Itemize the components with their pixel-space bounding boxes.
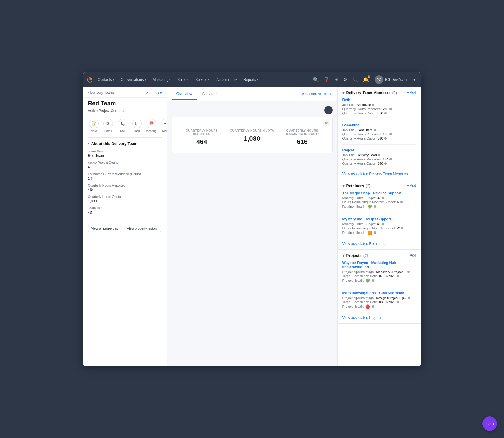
search-icon[interactable]: 🔍: [312, 75, 320, 84]
member-reggie-hours-quota: Quarterly Hours Quota: 360: [342, 162, 416, 165]
project-waystar-royco-pipeline: Project pipeline stage: Discovery (Proje…: [342, 270, 416, 274]
sidebar-header: ‹ Delivery Teams Actions ▾: [83, 87, 167, 98]
actions-button[interactable]: Actions ▾: [146, 90, 162, 95]
member-reggie-name[interactable]: Reggie: [342, 148, 416, 152]
add-retainer-button[interactable]: + Add: [407, 184, 416, 188]
gear-icon: ⚙: [301, 92, 304, 96]
retainer-mystery-inc-name[interactable]: Mystery Inc. - MOps Support: [342, 217, 416, 221]
retainers-section: ▾ Retainers (2) + Add The Magic Shop - R…: [338, 180, 421, 250]
app-wrapper: ◔ Contacts ▾ Conversations ▾ Marketing ▾…: [83, 72, 421, 366]
chevron-down-icon: ▾: [113, 78, 114, 81]
email-icon: ✉: [103, 119, 113, 128]
chevron-down-icon: ▾: [257, 78, 258, 81]
main-content: ‹ Delivery Teams Actions ▾ Red Team Acti…: [83, 87, 421, 366]
meeting-action[interactable]: 📅 Meeting: [145, 119, 157, 133]
tab-overview[interactable]: Overview: [172, 88, 197, 100]
retainer-magic-shop: The Magic Shop - RevOps Support Monthly …: [342, 191, 416, 213]
more-icon: ⋯: [161, 119, 167, 128]
tab-activities[interactable]: Activities: [197, 88, 222, 100]
nav-service[interactable]: Service ▾: [192, 76, 213, 84]
nav-reports[interactable]: Reports ▾: [240, 76, 261, 84]
nav-conversations[interactable]: Conversations ▾: [118, 76, 149, 84]
chevron-down-icon: ▾: [187, 78, 189, 81]
breadcrumb[interactable]: ‹ Delivery Teams: [88, 90, 115, 95]
notifications-icon[interactable]: 🔔 1: [362, 75, 370, 84]
view-associated-delivery-team-members-link[interactable]: View associated Delivery Team Members: [342, 172, 416, 176]
property-quarterly-hours-reported: Quarterly Hours Reported 464: [88, 184, 162, 192]
add-project-button[interactable]: + Add: [407, 253, 416, 257]
project-mars-investigations-health: Project Health: 🔴: [342, 304, 416, 309]
stats-settings-button[interactable]: ⚙: [323, 119, 330, 127]
retainer-magic-shop-health: Retainer Health: 💚: [342, 204, 416, 209]
collapse-icon[interactable]: ▾: [342, 253, 345, 258]
info-dot: [378, 154, 380, 156]
nav-right: 🔍 ❓ ⊞ ⚙ 📞 🔔 1 RG RG Dev Account ▾: [312, 74, 418, 85]
stat-quarterly-hours-remaining: QUARTERLY HOURS REMAINING IN QUOTA 616: [280, 129, 325, 146]
call-action[interactable]: 📞 Call: [117, 119, 129, 133]
retainer-magic-shop-name[interactable]: The Magic Shop - RevOps Support: [342, 191, 416, 195]
info-dot: [384, 112, 387, 114]
health-red-icon: 🔴: [365, 304, 370, 309]
project-mars-investigations: Mars Investigations - CRM Migration Proj…: [342, 291, 416, 313]
retainer-mystery-inc-remaining: Hours Remaining in Monthly Budget: -2: [342, 226, 416, 230]
info-dot: [397, 301, 399, 303]
info-dot: [384, 137, 387, 140]
nav-contacts[interactable]: Contacts ▾: [95, 76, 117, 84]
add-delivery-team-member-button[interactable]: + Add: [407, 90, 416, 95]
about-section: ▾ About this Delivery Team Team Name Red…: [83, 138, 167, 221]
task-icon: ☑: [132, 119, 142, 128]
member-samantha-hours-quota: Quarterly Hours Quota: 360: [342, 137, 416, 140]
member-beth-hours-recorded: Quarterly Hours Recorded: 210: [342, 107, 416, 111]
top-nav: ◔ Contacts ▾ Conversations ▾ Marketing ▾…: [83, 72, 421, 87]
user-account[interactable]: RG RG Dev Account ▾: [372, 74, 418, 85]
member-beth: Beth Job Title: Associate Quarterly Hour…: [342, 98, 416, 119]
view-property-history-button[interactable]: View property history: [124, 225, 161, 232]
more-action[interactable]: ⋯ More: [160, 119, 167, 133]
info-dot: [374, 205, 376, 208]
retainer-magic-shop-budget: Monthly Hours Budget: 30: [342, 196, 416, 200]
help-icon[interactable]: ❓: [322, 75, 331, 84]
nav-sales[interactable]: Sales ▾: [174, 76, 192, 84]
settings-icon[interactable]: ⚙: [342, 75, 348, 84]
collapse-icon[interactable]: ▾: [342, 90, 345, 95]
expand-button[interactable]: »: [324, 106, 333, 114]
info-dot: [389, 133, 392, 135]
project-mars-investigations-name[interactable]: Mars Investigations - CRM Migration: [342, 291, 416, 295]
member-beth-name[interactable]: Beth: [342, 98, 416, 102]
member-reggie: Reggie Job Title: Delivery Lead Quarterl…: [342, 148, 416, 169]
member-beth-hours-quota: Quarterly Hours Quota: 350: [342, 111, 416, 115]
member-samantha-name[interactable]: Samantha: [342, 123, 416, 127]
about-header[interactable]: ▾ About this Delivery Team: [88, 141, 162, 146]
info-dot: [389, 108, 392, 110]
hubspot-logo[interactable]: ◔: [87, 76, 92, 84]
help-button[interactable]: Help: [482, 416, 497, 431]
task-action[interactable]: ☑ Task: [131, 119, 143, 133]
nav-marketing[interactable]: Marketing ▾: [150, 76, 174, 84]
apps-icon[interactable]: ⊞: [333, 75, 339, 84]
tabs-bar: Overview Activities ⚙ Customize this tab: [167, 87, 337, 101]
customize-tab-button[interactable]: ⚙ Customize this tab: [301, 92, 332, 96]
left-sidebar: ‹ Delivery Teams Actions ▾ Red Team Acti…: [83, 87, 167, 366]
project-waystar-royco-name[interactable]: Waystar Royco - Marketing Hub Implementa…: [342, 261, 416, 269]
retainers-header: ▾ Retainers (2) + Add: [342, 184, 416, 188]
email-action[interactable]: ✉ Email: [102, 119, 114, 133]
chevron-down-icon: ▾: [413, 78, 415, 82]
retainer-mystery-inc: Mystery Inc. - MOps Support Monthly Hour…: [342, 217, 416, 239]
info-dot: [401, 227, 403, 229]
view-associated-projects-link[interactable]: View associated Projects: [342, 316, 416, 320]
info-dot: [407, 271, 410, 273]
view-all-properties-button[interactable]: View all properties: [88, 225, 121, 232]
phone-icon[interactable]: 📞: [351, 75, 359, 84]
note-action[interactable]: 📝 Note: [88, 119, 100, 133]
info-dot: [372, 104, 374, 106]
center-panel: Overview Activities ⚙ Customize this tab…: [167, 87, 337, 366]
collapse-icon: ▾: [88, 142, 89, 145]
info-dot: [400, 201, 403, 203]
view-associated-retainers-link[interactable]: View associated Retainers: [342, 242, 416, 246]
property-actions: View all properties View property histor…: [83, 221, 167, 237]
member-reggie-hours-recorded: Quarterly Hours Recorded: 124: [342, 157, 416, 161]
collapse-icon[interactable]: ▾: [342, 184, 345, 188]
project-mars-investigations-target-date: Target Completion Date: 08/31/2023: [342, 300, 416, 304]
member-samantha: Samantha Job Title: Consultant Quarterly…: [342, 123, 416, 145]
nav-automation[interactable]: Automation ▾: [213, 76, 240, 84]
